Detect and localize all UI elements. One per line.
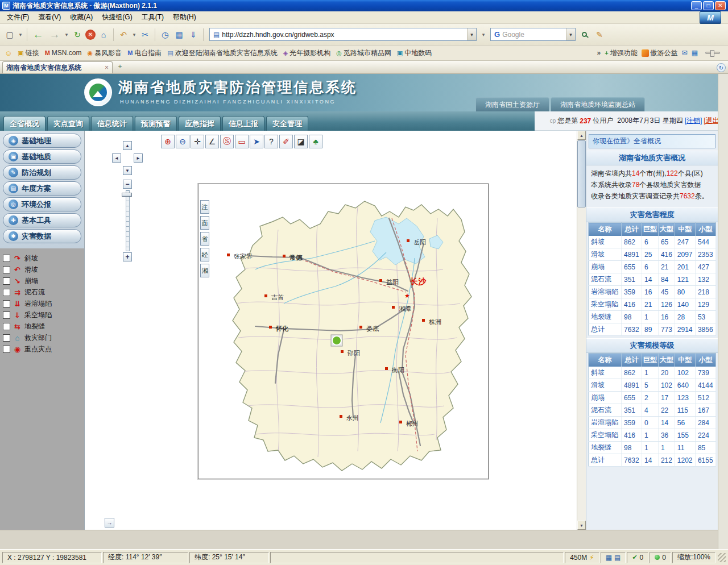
more-links-button[interactable]: » bbox=[597, 49, 601, 57]
nav-tab-disaster-query[interactable]: 灾点查询 bbox=[47, 116, 89, 131]
stop-button[interactable]: ✕ bbox=[85, 30, 96, 40]
sidebar-button-prevention-plan[interactable]: ✎防治规划 bbox=[3, 165, 81, 180]
scrollbar-thumb[interactable] bbox=[577, 140, 586, 207]
new-page-button[interactable]: ▢ bbox=[3, 28, 16, 41]
resize-grip[interactable] bbox=[718, 553, 726, 562]
layer-button-province[interactable]: 省 bbox=[200, 232, 209, 246]
link-item-photo[interactable]: ◈光年摄影机构 bbox=[283, 48, 330, 58]
titlebar[interactable]: M 湖南省地质灾害信息系统 - 傲游(Maxthon) 2.1.1 _ □ ✕ bbox=[0, 0, 728, 11]
erase-button[interactable]: ◪ bbox=[294, 135, 308, 148]
maximize-button[interactable]: □ bbox=[703, 1, 714, 10]
skin-icon[interactable]: ▦ bbox=[692, 49, 698, 57]
nav-tab-forecast-warning[interactable]: 预测预警 bbox=[135, 116, 177, 131]
pan-right-button[interactable]: ► bbox=[134, 153, 143, 163]
layer-button-polygon[interactable]: 面 bbox=[200, 216, 209, 230]
tab-close-icon[interactable]: × bbox=[105, 64, 109, 72]
logout-link[interactable]: [注销] bbox=[685, 116, 702, 126]
address-dropdown[interactable]: ▾ bbox=[467, 28, 476, 40]
scroll-down-button[interactable]: ▼ bbox=[577, 521, 586, 530]
menu-tools[interactable]: 工具(T) bbox=[137, 11, 168, 23]
link-item-zhongdi[interactable]: ▣中地数码 bbox=[397, 48, 432, 58]
link-item-links[interactable]: ▣链接 bbox=[18, 48, 39, 58]
close-button[interactable]: ✕ bbox=[715, 1, 726, 10]
circle-select-button[interactable]: Ⓢ bbox=[220, 135, 234, 148]
content-scrollbar[interactable]: ▲ ▼ bbox=[577, 131, 586, 530]
measure-button[interactable]: ∠ bbox=[205, 135, 219, 148]
sidebar-button-env-bulletin[interactable]: ◎环境公报 bbox=[3, 197, 81, 211]
zoom-slider-plus-button[interactable]: + bbox=[123, 252, 132, 261]
search-icon[interactable] bbox=[582, 32, 587, 37]
layer-button-xiang[interactable]: 湘 bbox=[200, 264, 209, 277]
grid-view-button[interactable]: ▦ bbox=[173, 28, 185, 41]
forward-button[interactable]: → bbox=[47, 28, 62, 41]
timer-button[interactable]: ◷ bbox=[159, 28, 171, 41]
nav-tab-info-statistics[interactable]: 信息统计 bbox=[91, 116, 133, 131]
boost-icon[interactable]: ⚡ bbox=[589, 554, 594, 562]
pan-right-bottom-button[interactable]: → bbox=[105, 518, 114, 527]
legend-checkbox[interactable] bbox=[3, 300, 10, 308]
sidebar-button-basic-geology[interactable]: ▣基础地质 bbox=[3, 149, 81, 164]
pan-up-button[interactable]: ▲ bbox=[123, 141, 132, 150]
link-geo-env-station[interactable]: 湖南省地质环境监测总站 bbox=[551, 97, 645, 111]
zoom-slider-handle[interactable] bbox=[122, 193, 132, 197]
layer-button-annotation[interactable]: 注 bbox=[200, 200, 209, 214]
new-tab-button[interactable]: + bbox=[115, 63, 125, 73]
link-item-city[interactable]: ◎觅路城市精品网 bbox=[336, 48, 391, 58]
zoom-slider-minus-button[interactable]: − bbox=[123, 180, 132, 189]
address-input[interactable] bbox=[222, 31, 467, 39]
grid-icon[interactable]: ▦ bbox=[606, 554, 612, 562]
pan-button[interactable]: ✛ bbox=[191, 135, 204, 148]
nav-tab-province-overview[interactable]: 全省概况 bbox=[3, 116, 46, 131]
legend-checkbox[interactable] bbox=[3, 334, 10, 342]
link-item-radio[interactable]: M电台指南 bbox=[127, 48, 162, 58]
legend-checkbox[interactable] bbox=[3, 289, 10, 296]
link-item-storm[interactable]: ◉暴风影音 bbox=[88, 48, 122, 58]
zoom-slider-track[interactable] bbox=[126, 190, 130, 251]
pan-down-button[interactable]: ▼ bbox=[123, 166, 132, 175]
nav-tab-emergency-command[interactable]: 应急指挥 bbox=[179, 116, 221, 131]
nav-tab-security-management[interactable]: 安全管理 bbox=[266, 116, 308, 131]
menu-file[interactable]: 文件(F) bbox=[2, 11, 34, 23]
rect-select-button[interactable]: ▭ bbox=[235, 135, 249, 148]
gps-locate-icon[interactable] bbox=[331, 335, 342, 346]
zoom-in-button[interactable]: ⊕ bbox=[161, 135, 175, 148]
favorites-icon[interactable]: ☺ bbox=[5, 49, 12, 57]
scroll-up-button[interactable]: ▲ bbox=[577, 131, 586, 140]
menu-view[interactable]: 查看(V) bbox=[34, 11, 65, 23]
zoom-out-button[interactable]: ⊖ bbox=[176, 135, 189, 148]
legend-checkbox[interactable] bbox=[3, 255, 10, 262]
folder-icon[interactable]: ▤ bbox=[614, 554, 621, 562]
mail-icon[interactable]: ✉ bbox=[682, 49, 688, 57]
menu-groups[interactable]: 快捷组(G) bbox=[97, 11, 136, 23]
download-button[interactable]: ⇓ bbox=[187, 28, 200, 41]
legend-checkbox[interactable] bbox=[3, 311, 10, 319]
legend-checkbox[interactable] bbox=[3, 323, 10, 330]
map-canvas[interactable]: ★ 张家界 常德 岳阳 益阳 长沙 吉首 湘潭 株洲 怀化 娄底 邵阳 衡阳 永… bbox=[198, 184, 488, 479]
tab-active[interactable]: 湖南省地质灾害信息系统 × bbox=[2, 61, 113, 73]
pan-left-button[interactable]: ◄ bbox=[112, 153, 121, 163]
layer-button-graticule[interactable]: 经 bbox=[200, 248, 209, 261]
back-button[interactable]: ← bbox=[31, 28, 46, 41]
edit-button[interactable]: ✎ bbox=[593, 28, 606, 41]
home-button[interactable]: ⌂ bbox=[97, 28, 110, 41]
link-item-welcome[interactable]: ▤欢迎登陆湖南省地质灾害信息系统 bbox=[167, 48, 277, 58]
search-box[interactable]: G Google ▾ bbox=[490, 28, 576, 41]
tab-refresh-icon[interactable]: ↻ bbox=[717, 63, 726, 72]
legend-checkbox[interactable] bbox=[3, 266, 10, 273]
volume-slider[interactable] bbox=[705, 52, 720, 54]
legend-tree-button[interactable]: ♣ bbox=[309, 135, 322, 148]
menu-help[interactable]: 帮助(H) bbox=[168, 11, 201, 23]
charity-button[interactable]: 傲游公益 bbox=[642, 48, 678, 58]
minimize-button[interactable]: _ bbox=[691, 1, 702, 10]
sidebar-button-annual-plan[interactable]: ▤年度方案 bbox=[3, 181, 81, 196]
history-dropdown[interactable]: ▾ bbox=[64, 28, 69, 41]
menu-favorites[interactable]: 收藏(A) bbox=[65, 11, 97, 23]
identify-button[interactable]: ? bbox=[264, 135, 278, 148]
link-land-resources-dept[interactable]: 湖南省国土资源厅 bbox=[475, 97, 549, 111]
snap-button[interactable]: ✂ bbox=[139, 28, 151, 41]
search-engine-dropdown[interactable]: ▾ bbox=[566, 28, 575, 40]
refresh-button[interactable]: ↻ bbox=[71, 28, 84, 41]
legend-checkbox[interactable] bbox=[3, 277, 10, 285]
go-dropdown[interactable]: ▾ bbox=[481, 28, 486, 41]
link-item-msn[interactable]: MMSN.com bbox=[45, 49, 82, 57]
